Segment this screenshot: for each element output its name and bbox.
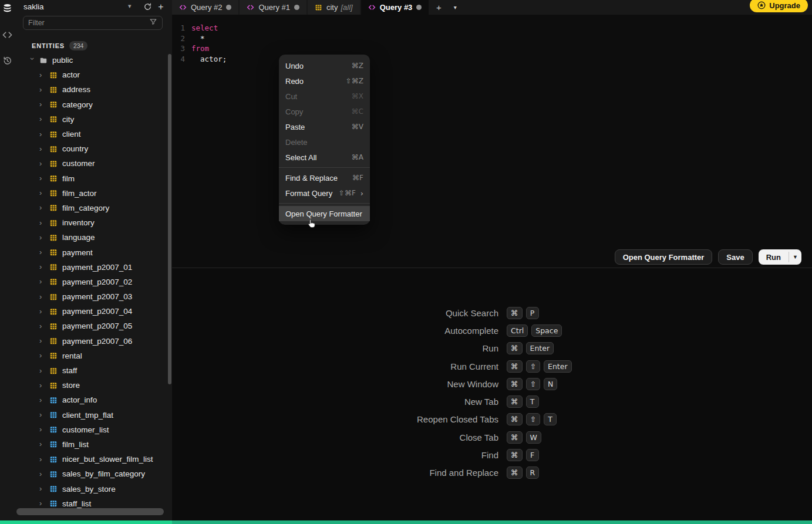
menu-item-find-replace[interactable]: Find & Replace⌘F <box>279 170 370 185</box>
unsaved-dot-icon[interactable] <box>226 5 231 10</box>
shortcut-label: Run Current <box>334 361 498 371</box>
tab-city[interactable]: city[all] <box>308 0 360 15</box>
menu-item-format-query[interactable]: Format Query⇧⌘F› <box>279 185 370 201</box>
sidebar-item-nicer-but-slower-film-list[interactable]: ›nicer_but_slower_film_list <box>15 452 167 466</box>
sidebar-item-film[interactable]: ›film <box>15 171 167 186</box>
sidebar-item-payment-p2007-05[interactable]: ›payment_p2007_05 <box>15 319 167 333</box>
database-icon[interactable] <box>2 4 12 13</box>
chevron-right-icon[interactable]: › <box>39 501 45 506</box>
sidebar-item-actor-info[interactable]: ›actor_info <box>15 393 167 407</box>
filter-input[interactable] <box>28 19 149 27</box>
history-icon[interactable] <box>2 56 12 66</box>
sidebar-item-payment[interactable]: ›payment <box>15 245 167 259</box>
menu-item-undo[interactable]: Undo⌘Z <box>279 58 370 73</box>
chevron-right-icon[interactable]: › <box>39 338 45 344</box>
chevron-right-icon[interactable]: › <box>39 353 45 359</box>
code-icon[interactable] <box>2 30 12 40</box>
chevron-right-icon[interactable]: › <box>39 427 45 432</box>
chevron-right-icon[interactable]: › <box>39 264 45 270</box>
chevron-right-icon[interactable]: › <box>39 294 45 300</box>
chevron-right-icon[interactable]: › <box>39 220 45 226</box>
sidebar-item-rental[interactable]: ›rental <box>15 349 167 363</box>
filter-field[interactable] <box>23 16 163 30</box>
tab-query-2[interactable]: Query #2 <box>172 0 238 15</box>
open-query-formatter-button[interactable]: Open Query Formatter <box>615 249 713 265</box>
chevron-right-icon[interactable]: › <box>39 116 45 122</box>
sidebar-item-city[interactable]: ›city <box>15 112 167 127</box>
sidebar-item-customer-list[interactable]: ›customer_list <box>15 422 167 437</box>
sidebar-item-payment-p2007-06[interactable]: ›payment_p2007_06 <box>15 334 167 349</box>
sidebar-item-inventory[interactable]: ›inventory <box>15 215 167 230</box>
chevron-right-icon[interactable]: › <box>39 323 45 329</box>
sidebar-item-film-category[interactable]: ›film_category <box>15 201 167 215</box>
run-button[interactable]: Run <box>759 249 789 265</box>
sidebar-item-payment-p2007-02[interactable]: ›payment_p2007_02 <box>15 275 167 289</box>
chevron-right-icon[interactable]: › <box>39 146 45 152</box>
sidebar-item-address[interactable]: ›address <box>15 82 167 97</box>
sidebar-horizontal-scrollbar[interactable] <box>16 508 164 515</box>
unsaved-dot-icon[interactable] <box>294 5 299 10</box>
chevron-right-icon[interactable]: › <box>39 161 45 167</box>
add-icon[interactable]: + <box>156 2 166 12</box>
chevron-right-icon[interactable]: › <box>39 131 45 137</box>
chevron-right-icon[interactable]: › <box>39 102 45 107</box>
sidebar-item-country[interactable]: ›country <box>15 141 167 156</box>
shortcut-hint-row: Run Current⌘⇧Enter <box>334 357 572 375</box>
upgrade-button[interactable]: Upgrade <box>750 0 808 12</box>
sidebar-item-staff[interactable]: ›staff <box>15 363 167 378</box>
refresh-icon[interactable] <box>143 2 153 12</box>
sidebar-item-sales-by-store[interactable]: ›sales_by_store <box>15 481 167 496</box>
menu-item-redo[interactable]: Redo⇧⌘Z <box>279 73 370 89</box>
sidebar-vertical-scrollbar[interactable] <box>168 54 171 384</box>
sidebar-item-film-actor[interactable]: ›film_actor <box>15 186 167 201</box>
chevron-right-icon[interactable]: › <box>39 279 45 285</box>
sidebar-item-actor[interactable]: ›actor <box>15 67 167 82</box>
save-button[interactable]: Save <box>718 249 752 265</box>
chevron-right-icon[interactable]: › <box>39 397 45 403</box>
chevron-right-icon[interactable]: › <box>39 368 45 374</box>
chevron-right-icon[interactable]: › <box>39 412 45 418</box>
chevron-right-icon[interactable]: › <box>39 441 45 447</box>
chevron-right-icon[interactable]: › <box>39 72 45 78</box>
chevron-down-icon[interactable]: › <box>29 58 35 63</box>
sidebar-item-client-tmp-flat[interactable]: ›client_tmp_flat <box>15 408 167 422</box>
chevron-right-icon[interactable]: › <box>39 205 45 211</box>
chevron-right-icon[interactable]: › <box>39 383 45 388</box>
chevron-right-icon[interactable]: › <box>39 190 45 196</box>
sidebar-item-category[interactable]: ›category <box>15 97 167 112</box>
code-lines: 1select2 *3from4 actor; <box>172 15 812 64</box>
sidebar-item-store[interactable]: ›store <box>15 378 167 393</box>
chevron-right-icon[interactable]: › <box>39 235 45 241</box>
sidebar-item-film-list[interactable]: ›film_list <box>15 437 167 452</box>
tab-list-button[interactable]: ▾ <box>447 0 463 15</box>
sidebar-item-client[interactable]: ›client <box>15 127 167 141</box>
sidebar-item-customer[interactable]: ›customer <box>15 156 167 171</box>
sidebar-item-payment-p2007-01[interactable]: ›payment_p2007_01 <box>15 260 167 275</box>
chevron-right-icon[interactable]: › <box>39 249 45 255</box>
chevron-right-icon[interactable]: › <box>39 457 45 462</box>
entities-label: ENTITIES <box>32 42 65 49</box>
chevron-down-icon[interactable]: ▾ <box>128 2 132 10</box>
chevron-right-icon[interactable]: › <box>39 471 45 477</box>
sidebar-item-public[interactable]: › public <box>15 53 167 67</box>
sql-editor[interactable]: 1select2 *3from4 actor; <box>172 15 812 268</box>
menu-item-paste[interactable]: Paste⌘V <box>279 119 370 134</box>
menu-item-open-query-formatter[interactable]: Open Query Formatter <box>279 206 370 221</box>
new-tab-button[interactable]: + <box>430 0 447 15</box>
chevron-right-icon[interactable]: › <box>39 486 45 492</box>
sidebar-item-language[interactable]: ›language <box>15 230 167 245</box>
sidebar-item-payment-p2007-03[interactable]: ›payment_p2007_03 <box>15 289 167 304</box>
database-selector[interactable]: saklia ▾ + <box>15 1 172 14</box>
menu-item-select-all[interactable]: Select All⌘A <box>279 150 370 165</box>
database-name[interactable]: saklia <box>23 2 44 11</box>
chevron-right-icon[interactable]: › <box>39 87 45 93</box>
run-options-button[interactable]: ▼ <box>789 249 801 265</box>
sidebar-item-payment-p2007-04[interactable]: ›payment_p2007_04 <box>15 304 167 319</box>
sidebar-item-sales-by-film-category[interactable]: ›sales_by_film_category <box>15 466 167 481</box>
unsaved-dot-icon[interactable] <box>416 5 422 10</box>
chevron-right-icon[interactable]: › <box>39 309 45 315</box>
tab-query-1[interactable]: Query #1 <box>240 0 306 15</box>
editor-context-menu: Undo⌘ZRedo⇧⌘ZCut⌘XCopy⌘CPaste⌘VDeleteSel… <box>279 55 370 225</box>
chevron-right-icon[interactable]: › <box>39 175 45 181</box>
tab-query-3[interactable]: Query #3 <box>361 0 429 15</box>
